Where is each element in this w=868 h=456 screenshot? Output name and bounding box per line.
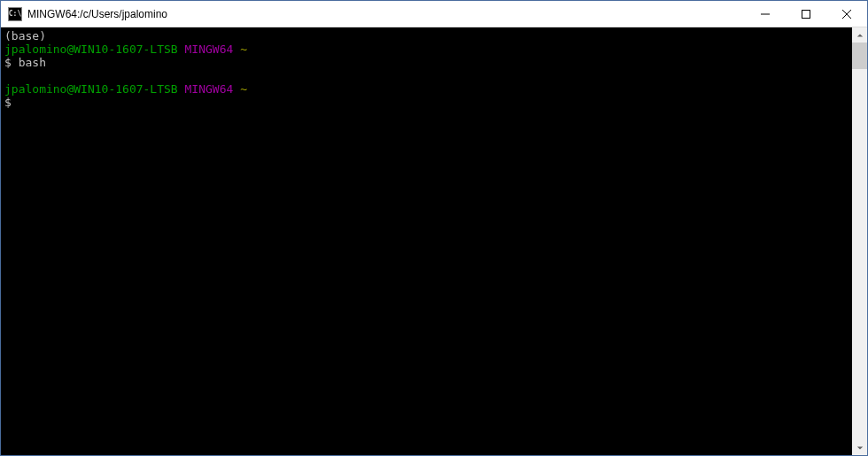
terminal-segment	[178, 82, 185, 96]
terminal-segment	[178, 43, 185, 56]
minimize-icon	[761, 10, 770, 19]
terminal-segment: ~	[240, 43, 247, 56]
terminal-line: $ bash	[4, 56, 849, 69]
terminal-line: (base)	[4, 29, 849, 43]
terminal-segment: (base)	[4, 29, 46, 43]
scroll-track[interactable]	[852, 43, 867, 440]
terminal-line: $	[4, 96, 849, 109]
svg-rect-1	[802, 10, 810, 18]
maximize-icon	[802, 10, 810, 19]
terminal-segment: MINGW64	[185, 43, 234, 56]
scrollbar[interactable]	[852, 27, 867, 455]
scroll-up-button[interactable]	[852, 27, 867, 43]
terminal-segment	[233, 82, 240, 96]
terminal-line: jpalomino@WIN10-1607-LTSB MINGW64 ~	[4, 82, 849, 96]
minimize-button[interactable]	[745, 1, 786, 27]
chevron-up-icon	[856, 32, 864, 39]
maximize-button[interactable]	[786, 1, 826, 27]
close-button[interactable]	[826, 1, 867, 27]
scroll-thumb[interactable]	[852, 43, 867, 69]
titlebar[interactable]: C:\ MINGW64:/c/Users/jpalomino	[1, 1, 867, 27]
terminal-segment: jpalomino@WIN10-1607-LTSB	[4, 43, 178, 56]
terminal-line	[4, 69, 849, 82]
app-icon: C:\	[8, 7, 22, 21]
window-controls	[745, 1, 867, 27]
terminal-segment: MINGW64	[185, 82, 234, 96]
window-title: MINGW64:/c/Users/jpalomino	[27, 8, 745, 20]
terminal-segment: $ bash	[4, 56, 46, 69]
chevron-down-icon	[856, 444, 864, 452]
terminal-segment: $	[4, 96, 12, 109]
terminal[interactable]: (base)jpalomino@WIN10-1607-LTSB MINGW64 …	[1, 27, 852, 455]
terminal-segment: ~	[240, 82, 247, 96]
scroll-down-button[interactable]	[852, 440, 867, 455]
terminal-segment: jpalomino@WIN10-1607-LTSB	[4, 82, 178, 96]
terminal-line: jpalomino@WIN10-1607-LTSB MINGW64 ~	[4, 43, 849, 56]
close-icon	[842, 10, 851, 19]
terminal-segment	[233, 43, 240, 56]
terminal-wrap: (base)jpalomino@WIN10-1607-LTSB MINGW64 …	[1, 27, 867, 455]
